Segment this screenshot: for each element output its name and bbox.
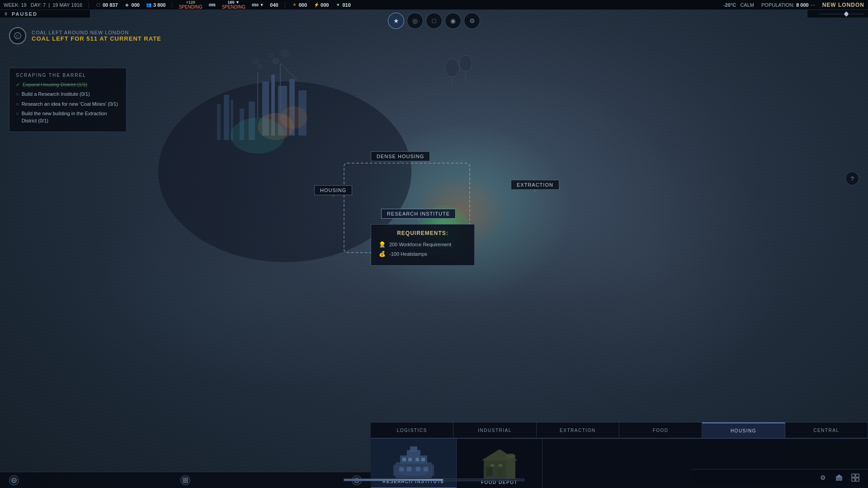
- divider-2: [172, 2, 172, 8]
- spending-label-2: SPENDING: [222, 5, 245, 9]
- req-workforce: 👷 200 Workforce Requirement: [378, 241, 467, 248]
- tab-housing[interactable]: HOUSING: [702, 422, 785, 438]
- paused-label: PAUSED: [12, 11, 38, 17]
- quest-item-3: ○ Research an idea for new 'Coal Mines' …: [16, 101, 120, 108]
- top-bar-right: -20°C CALM POPULATION: 8 000 — NEW LONDO…: [723, 2, 864, 8]
- quest-text-4: Build the new building in the Extraction…: [22, 110, 120, 124]
- coal-resource: ⬡ 00 837: [95, 2, 118, 8]
- progress-bar: [344, 479, 524, 481]
- morale-display: ☀ 000: [292, 2, 307, 8]
- tab-industrial[interactable]: INDUSTRIAL: [453, 422, 536, 438]
- extraction-text: EXTRACTION: [517, 182, 553, 188]
- discord-icon: ⚡: [313, 2, 319, 8]
- svg-marker-68: [835, 474, 843, 477]
- top-bar: WEEK: 19 DAY: 7 | 19 MAY 1916 ⬡ 00 837 ◆…: [0, 0, 868, 10]
- tab-food[interactable]: FOOD: [619, 422, 702, 438]
- quest-box: SCRAPING THE BARREL ✓ Expand Housing Dis…: [9, 68, 127, 132]
- dense-housing-text: DENSE HOUSING: [377, 154, 424, 159]
- food-plus: +120: [186, 0, 195, 5]
- svg-rect-53: [491, 464, 494, 467]
- coal-text: COAL LEFT AROUND NEW LONDON COAL LEFT FO…: [32, 30, 161, 42]
- timeline-bar: [807, 10, 868, 18]
- svg-rect-4: [224, 95, 229, 140]
- help-btn[interactable]: ?: [845, 172, 859, 185]
- health-icon: ♥: [335, 2, 341, 8]
- label-housing[interactable]: HOUSING: [314, 185, 352, 195]
- svg-rect-60: [183, 481, 185, 483]
- svg-point-21: [280, 49, 289, 58]
- temp-value: -20°C: [723, 2, 736, 8]
- nav-circle-btn[interactable]: ◎: [407, 13, 423, 29]
- toolbar-grid-btn[interactable]: [180, 475, 190, 485]
- req-workforce-text: 200 Workforce Requirement: [389, 242, 451, 247]
- steel-value: 000: [132, 2, 140, 8]
- svg-point-15: [231, 117, 285, 154]
- coal-circle-icon: C: [9, 27, 26, 44]
- week-label: WEEK: 19: [4, 2, 27, 8]
- svg-rect-69: [838, 479, 840, 481]
- requirements-box: REQUIREMENTS: 👷 200 Workforce Requiremen…: [371, 224, 475, 266]
- label-dense-housing[interactable]: DENSE HOUSING: [371, 151, 430, 161]
- tab-logistics[interactable]: LOGISTICS: [371, 422, 453, 438]
- svg-rect-52: [497, 469, 503, 476]
- health-display: ♥ 010: [335, 2, 350, 8]
- req-heatstamps-text: -100 Heatstamps: [389, 251, 427, 257]
- resource-050: 050 ▼: [252, 3, 264, 7]
- food-spending: +120 SPENDING: [179, 0, 202, 9]
- res-160: 160 ▼: [228, 0, 240, 5]
- balloons: [407, 54, 479, 99]
- toolbar-map-btn[interactable]: [9, 475, 19, 485]
- coal-value: 00 837: [103, 2, 118, 8]
- quest-text-2: Build a Research Institute (0/1): [22, 91, 90, 98]
- coal-rate-text: COAL LEFT FOR 511 AT CURRENT RATE: [32, 35, 161, 42]
- req-heatstamps: 💰 -100 Heatstamps: [378, 250, 467, 258]
- nav-star-btn[interactable]: ★: [388, 13, 404, 29]
- resource-160: 160 ▼ SPENDING: [222, 0, 245, 9]
- svg-rect-70: [852, 474, 855, 477]
- coal-icon: ⬡: [95, 2, 101, 8]
- discord-value: 000: [321, 2, 329, 8]
- quest-text-3: Research an idea for new 'Coal Mines' (0…: [22, 101, 118, 108]
- quest-check-1: ✓: [16, 82, 20, 88]
- bottom-toolbar: [0, 472, 371, 488]
- svg-rect-36: [415, 458, 419, 461]
- svg-rect-35: [408, 458, 412, 461]
- quest-circle-3: ○: [16, 101, 19, 107]
- workforce-icon: 👷: [378, 241, 386, 248]
- svg-rect-72: [852, 478, 855, 481]
- coal-info-label: COAL LEFT AROUND NEW LONDON: [32, 30, 161, 35]
- pop-value: 3 800: [153, 2, 166, 8]
- center-nav: ★ ◎ □ ◉ ⚙: [388, 13, 480, 29]
- steel-icon: ◆: [124, 2, 130, 8]
- date-display: WEEK: 19 DAY: 7 | 19 MAY 1916: [4, 2, 82, 8]
- nav-gear-btn[interactable]: ⚙: [464, 13, 480, 29]
- grid-view-btn[interactable]: [850, 472, 861, 483]
- settings-btn[interactable]: ⚙: [817, 472, 828, 483]
- svg-rect-3: [217, 104, 221, 140]
- heatstamps-icon: 💰: [378, 250, 386, 258]
- weather-value: CALM: [740, 2, 754, 8]
- svg-point-23: [251, 57, 259, 65]
- pause-bar[interactable]: ⏸ PAUSED: [0, 10, 90, 18]
- minus-icon: —: [811, 2, 815, 7]
- build-btn[interactable]: [834, 472, 844, 483]
- population-label: POPULATION:: [761, 2, 794, 8]
- label-extraction[interactable]: EXTRACTION: [511, 180, 559, 190]
- svg-marker-66: [844, 11, 849, 17]
- quest-text-1: Expand Housing District (1/1): [23, 81, 87, 88]
- label-research-institute[interactable]: RESEARCH INSTITUTE: [381, 209, 456, 219]
- nav-square-btn[interactable]: □: [426, 13, 442, 29]
- population-count: 8 000: [796, 2, 809, 8]
- tab-extraction[interactable]: EXTRACTION: [537, 422, 619, 438]
- svg-rect-51: [486, 467, 493, 476]
- svg-rect-54: [499, 464, 502, 467]
- tab-central[interactable]: CENTRAL: [785, 422, 868, 438]
- discord-display: ⚡ 000: [313, 2, 329, 8]
- divider-1: [89, 2, 89, 8]
- housing-text: HOUSING: [320, 188, 346, 193]
- svg-rect-49: [506, 456, 515, 479]
- timeline-indicator: [819, 11, 864, 17]
- nav-compass-btn[interactable]: ◉: [445, 13, 461, 29]
- svg-rect-58: [183, 478, 185, 480]
- city-name: NEW LONDON: [822, 2, 864, 8]
